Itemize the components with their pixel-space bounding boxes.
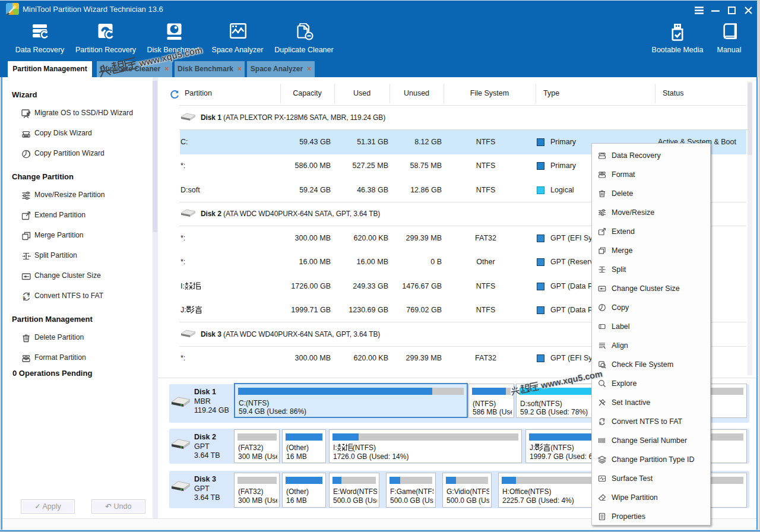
svg-text:N: N [23,296,26,299]
svg-text:F: F [28,294,30,297]
svg-text:F: F [603,420,605,423]
svg-text:N: N [599,421,601,424]
